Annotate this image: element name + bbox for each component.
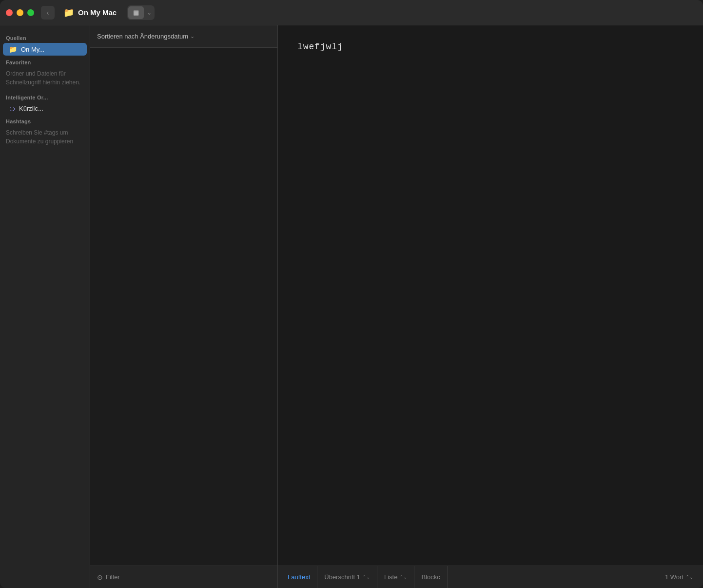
lauftext-label: Lauftext: [288, 573, 310, 581]
sort-label: Sortieren nach Änderungsdatum: [97, 33, 188, 40]
file-panel-header: Sortieren nach Änderungsdatum ⌄: [90, 25, 277, 48]
sidebar-section-favoriten: Favoriten: [0, 56, 90, 67]
minimize-button[interactable]: [17, 9, 23, 16]
view-controls: ▦ ⌄: [127, 5, 155, 20]
recently-icon: ⭮: [9, 105, 15, 112]
editor-text: lwefjwlj: [297, 42, 343, 52]
sort-chevron-icon: ⌄: [190, 33, 195, 39]
view-chevron-icon[interactable]: ⌄: [145, 9, 154, 16]
favoriten-hint: Ordner und Dateien für Schnellzugriff hi…: [0, 67, 90, 91]
filter-label: Filter: [106, 573, 120, 581]
main-content: Quellen 📁 On My... Favoriten Ordner und …: [0, 25, 703, 588]
sidebar-section-intelligente: Intelligente Or...: [0, 91, 90, 102]
sidebar-section-hashtags: Hashtags: [0, 115, 90, 126]
editor-statusbar: Lauftext Überschrift 1 ⌃⌄ Liste ⌃⌄ Block…: [278, 566, 703, 588]
layout-icon: ▦: [133, 9, 139, 16]
file-panel: Sortieren nach Änderungsdatum ⌄ ⊙ Filter: [90, 25, 278, 588]
sidebar-item-label-on-my-mac: On My...: [21, 46, 44, 53]
status-liste[interactable]: Liste ⌃⌄: [377, 566, 414, 588]
app-window: ‹ 📁 On My Mac ▦ ⌄ Quellen 📁 On My... Fav…: [0, 0, 703, 588]
maximize-button[interactable]: [27, 9, 34, 16]
blockc-label: Blockc: [421, 573, 440, 581]
word-count[interactable]: 1 Wort ⌃⌄: [665, 573, 693, 581]
window-title: On My Mac: [78, 8, 117, 17]
word-count-chevron-icon: ⌃⌄: [685, 574, 693, 580]
word-count-label: 1 Wort: [665, 573, 683, 581]
sidebar-item-on-my-mac[interactable]: 📁 On My...: [3, 43, 87, 56]
back-button[interactable]: ‹: [41, 6, 55, 20]
folder-icon: 📁: [63, 7, 74, 18]
file-list: [90, 48, 277, 566]
status-ueberschrift[interactable]: Überschrift 1 ⌃⌄: [317, 566, 377, 588]
sidebar: Quellen 📁 On My... Favoriten Ordner und …: [0, 25, 90, 588]
status-blockc[interactable]: Blockc: [414, 566, 447, 588]
close-button[interactable]: [6, 9, 13, 16]
file-panel-footer: ⊙ Filter: [90, 566, 277, 588]
view-layout-button[interactable]: ▦: [128, 6, 144, 19]
sidebar-item-kuzlich[interactable]: ⭮ Kürzlic...: [3, 102, 87, 115]
traffic-lights: [6, 9, 34, 16]
folder-icon: 📁: [9, 45, 17, 53]
editor-panel: lwefjwlj Lauftext Überschrift 1 ⌃⌄ Liste…: [278, 25, 703, 588]
titlebar-center: 📁 On My Mac: [63, 7, 117, 18]
filter-icon: ⊙: [97, 573, 103, 581]
liste-label: Liste: [384, 573, 397, 581]
status-lauftext[interactable]: Lauftext: [288, 566, 317, 588]
hashtags-hint: Schreiben Sie #tags um Dokumente zu grup…: [0, 126, 90, 150]
ueberschrift-label: Überschrift 1: [324, 573, 360, 581]
sidebar-section-quellen: Quellen: [0, 31, 90, 43]
sidebar-item-label-kuzlich: Kürzlic...: [19, 105, 43, 112]
back-icon: ‹: [47, 9, 49, 17]
ueberschrift-chevron-icon: ⌃⌄: [362, 574, 370, 580]
titlebar: ‹ 📁 On My Mac ▦ ⌄: [0, 0, 703, 25]
sort-button[interactable]: Sortieren nach Änderungsdatum ⌄: [97, 33, 195, 40]
liste-chevron-icon: ⌃⌄: [399, 574, 407, 580]
editor-content[interactable]: lwefjwlj: [278, 25, 703, 566]
